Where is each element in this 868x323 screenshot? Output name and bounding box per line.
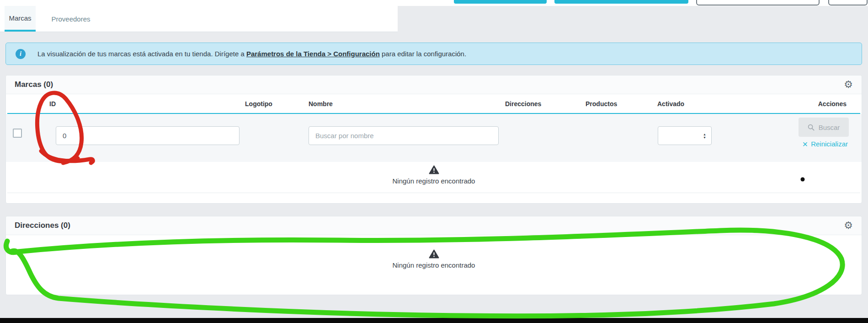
caret-down-icon: ▼ xyxy=(703,136,706,139)
info-alert: i La visualización de tus marcas está ac… xyxy=(5,43,862,65)
brands-empty-state: Ningún registro encontrado xyxy=(6,162,862,193)
tab-proveedores[interactable]: Proveedores xyxy=(42,6,100,32)
search-icon xyxy=(808,124,815,131)
column-header-logotipo: Logotipo xyxy=(237,100,281,108)
column-header-activado: Activado xyxy=(657,100,684,108)
admin-page: Marcas Proveedores i La visualización de… xyxy=(0,0,868,323)
gear-icon[interactable]: ⚙ xyxy=(844,80,853,90)
alert-text-after: para editar la configuración. xyxy=(380,50,466,58)
tab-proveedores-label: Proveedores xyxy=(51,15,90,23)
brands-empty-text: Ningún registro encontrado xyxy=(6,177,862,185)
brands-panel-title: Marcas (0) xyxy=(15,80,53,89)
select-all-checkbox[interactable] xyxy=(13,129,22,138)
brands-table-header: ID Logotipo Nombre Direcciones Productos… xyxy=(7,94,860,114)
toolbar-button-fragment-2[interactable] xyxy=(554,0,688,4)
column-header-id: ID xyxy=(49,100,56,108)
info-icon: i xyxy=(16,49,26,59)
tab-bar: Marcas Proveedores xyxy=(0,6,398,32)
warning-icon xyxy=(429,249,439,258)
addresses-empty-state: Ningún registro encontrado xyxy=(6,235,862,269)
id-filter-input[interactable] xyxy=(56,126,240,145)
tab-marcas-label: Marcas xyxy=(9,14,31,22)
reset-link-label: Reinicializar xyxy=(811,140,848,148)
close-icon: × xyxy=(802,141,808,147)
toolbar-button-fragment-1[interactable] xyxy=(454,0,547,4)
gear-icon[interactable]: ⚙ xyxy=(844,221,853,231)
divider xyxy=(7,193,860,193)
footer-bar xyxy=(0,318,868,323)
tab-marcas[interactable]: Marcas xyxy=(5,6,36,32)
toolbar-button-fragment-4[interactable] xyxy=(828,0,868,5)
caret-up-icon: ▲ xyxy=(703,133,706,136)
activado-select[interactable]: ▲ ▼ xyxy=(658,126,712,145)
alert-text-before: La visualización de tus marcas está acti… xyxy=(37,50,246,58)
addresses-panel-header: Direcciones (0) ⚙ xyxy=(6,216,862,235)
settings-link[interactable]: Parámetros de la Tienda > Configuración xyxy=(246,50,380,58)
addresses-empty-text: Ningún registro encontrado xyxy=(6,261,862,269)
info-alert-text: La visualización de tus marcas está acti… xyxy=(37,50,466,58)
addresses-panel-title: Direcciones (0) xyxy=(15,221,70,230)
addresses-panel: Direcciones (0) ⚙ Ningún registro encont… xyxy=(5,216,862,295)
search-button[interactable]: Buscar xyxy=(799,118,849,137)
toolbar-button-fragment-3[interactable] xyxy=(696,0,820,5)
column-header-acciones: Acciones xyxy=(818,100,847,108)
column-header-nombre: Nombre xyxy=(309,100,333,108)
filter-row: ▲ ▼ Buscar × Reinicializar xyxy=(6,114,862,162)
name-filter-input[interactable] xyxy=(309,126,499,145)
column-header-direcciones: Direcciones xyxy=(505,100,541,108)
top-toolbar-strip xyxy=(0,0,868,6)
column-header-productos: Productos xyxy=(586,100,617,108)
warning-icon xyxy=(429,165,439,174)
brands-panel: Marcas (0) ⚙ ID Logotipo Nombre Direccio… xyxy=(5,75,862,204)
reset-link[interactable]: × Reinicializar xyxy=(802,140,848,148)
search-button-label: Buscar xyxy=(819,124,840,131)
select-carets-icon: ▲ ▼ xyxy=(703,133,706,139)
brands-panel-header: Marcas (0) ⚙ xyxy=(6,75,862,94)
